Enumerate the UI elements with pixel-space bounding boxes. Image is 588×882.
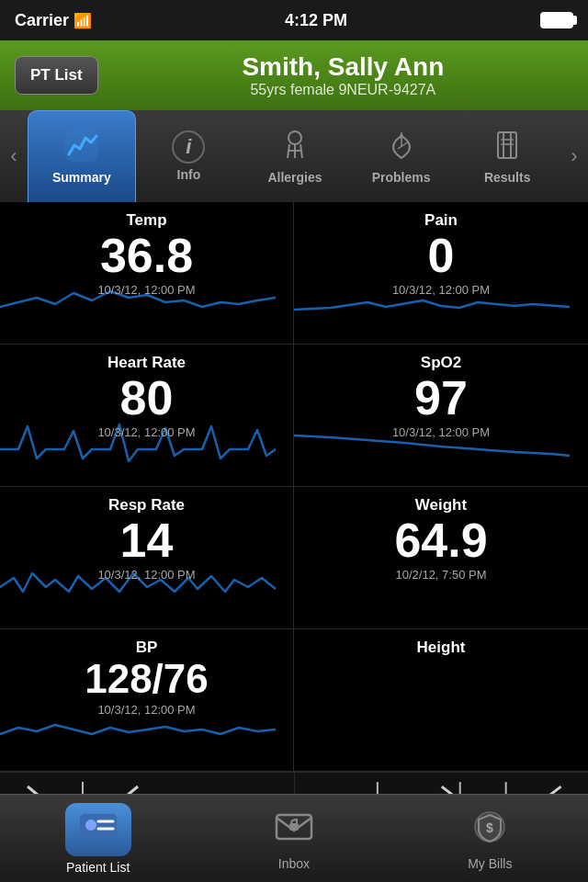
inbox-icon — [265, 807, 323, 853]
tab-info-label: Info — [177, 167, 201, 182]
tab-problems[interactable]: Problems — [348, 110, 455, 202]
vital-spo2-timestamp: 10/3/12, 12:00 PM — [305, 425, 577, 439]
vital-height[interactable]: Height — [294, 629, 588, 772]
tab-bar-patient-list-label: Patient List — [66, 860, 130, 875]
svg-text:$: $ — [486, 820, 493, 835]
svg-point-1 — [288, 131, 301, 144]
nav-tabs: ‹ Summary i Info — [0, 110, 588, 202]
tab-bar-my-bills[interactable]: $ My Bills — [392, 795, 588, 882]
nav-tabs-inner: Summary i Info Allergies — [28, 110, 560, 202]
battery-icon — [540, 12, 573, 28]
problems-icon — [385, 129, 418, 166]
tab-problems-label: Problems — [372, 170, 431, 185]
vital-pain-value: 0 — [305, 232, 577, 279]
tab-bar-my-bills-label: My Bills — [468, 856, 512, 871]
vital-weight-value: 64.9 — [305, 516, 577, 564]
vital-heart-rate[interactable]: Heart Rate 80 10/3/12, 12:00 PM — [0, 345, 294, 487]
tab-allergies[interactable]: Allergies — [242, 110, 348, 202]
vital-rr-timestamp: 10/3/12, 12:00 PM — [11, 568, 282, 582]
summary-icon — [65, 129, 98, 166]
vital-rr-title: Resp Rate — [11, 496, 282, 514]
patient-name: Smith, Sally Ann — [113, 52, 573, 82]
vital-spo2-title: SpO2 — [305, 354, 577, 372]
vital-hr-timestamp: 10/3/12, 12:00 PM — [11, 425, 282, 439]
vital-hr-title: Heart Rate — [11, 354, 282, 372]
header: PT List Smith, Sally Ann 55yrs female 9N… — [0, 40, 588, 110]
vital-temp[interactable]: Temp 36.8 10/3/12, 12:00 PM — [0, 202, 294, 345]
vital-temp-title: Temp — [11, 211, 282, 230]
nav-next-arrow[interactable]: › — [560, 110, 588, 202]
svg-rect-36 — [80, 814, 117, 840]
tab-results-label: Results — [484, 170, 531, 185]
info-icon: i — [172, 130, 205, 164]
vital-pain[interactable]: Pain 0 10/3/12, 12:00 PM — [294, 202, 588, 345]
vital-temp-timestamp: 10/3/12, 12:00 PM — [11, 283, 282, 297]
wifi-icon: 📶 — [74, 13, 92, 28]
vital-hr-value: 80 — [11, 374, 282, 422]
vital-rr-value: 14 — [11, 516, 282, 564]
vitals-grid: Temp 36.8 10/3/12, 12:00 PM Pain 0 10/3/… — [0, 202, 588, 772]
vital-spo2[interactable]: SpO2 97 10/3/12, 12:00 PM — [294, 345, 588, 487]
carrier-label: Carrier 📶 — [15, 11, 92, 30]
tab-bar-inbox[interactable]: Inbox — [196, 795, 391, 882]
svg-point-37 — [85, 820, 96, 831]
svg-rect-41 — [289, 823, 299, 831]
status-bar: Carrier 📶 4:12 PM — [0, 0, 588, 40]
patient-info: Smith, Sally Ann 55yrs female 9NEUR-9427… — [113, 52, 573, 98]
vital-bp[interactable]: BP 128/76 10/3/12, 12:00 PM — [0, 629, 294, 772]
my-bills-icon: $ — [460, 807, 519, 853]
vital-weight-timestamp: 10/2/12, 7:50 PM — [305, 568, 577, 582]
vital-spo2-value: 97 — [305, 374, 577, 422]
vital-bp-value: 128/76 — [11, 659, 282, 699]
patient-list-icon — [65, 803, 131, 856]
tab-info[interactable]: i Info — [136, 110, 243, 202]
svg-line-7 — [398, 141, 409, 149]
status-time: 4:12 PM — [285, 11, 347, 30]
tab-bar-inbox-label: Inbox — [278, 856, 310, 871]
allergies-icon — [278, 129, 311, 166]
tab-results[interactable]: Results — [454, 110, 560, 202]
patient-details: 55yrs female 9NEUR-9427A — [113, 82, 573, 98]
tab-bar: Patient List Inbox $ My Bills — [0, 794, 588, 882]
tab-bar-patient-list[interactable]: Patient List — [0, 795, 196, 882]
vital-weight[interactable]: Weight 64.9 10/2/12, 7:50 PM — [294, 487, 588, 629]
vital-temp-value: 36.8 — [11, 232, 282, 279]
vital-height-title: Height — [305, 639, 577, 657]
results-icon — [491, 129, 524, 166]
tab-summary[interactable]: Summary — [28, 110, 136, 202]
vital-weight-title: Weight — [305, 496, 577, 514]
vital-bp-title: BP — [11, 639, 282, 657]
tab-summary-label: Summary — [52, 170, 111, 185]
vital-resp-rate[interactable]: Resp Rate 14 10/3/12, 12:00 PM — [0, 487, 294, 629]
vital-pain-title: Pain — [305, 211, 577, 230]
vital-pain-timestamp: 10/3/12, 12:00 PM — [305, 283, 577, 297]
pt-list-button[interactable]: PT List — [15, 56, 98, 95]
vital-bp-timestamp: 10/3/12, 12:00 PM — [11, 703, 282, 717]
tab-allergies-label: Allergies — [267, 170, 322, 185]
nav-prev-arrow[interactable]: ‹ — [0, 110, 28, 202]
